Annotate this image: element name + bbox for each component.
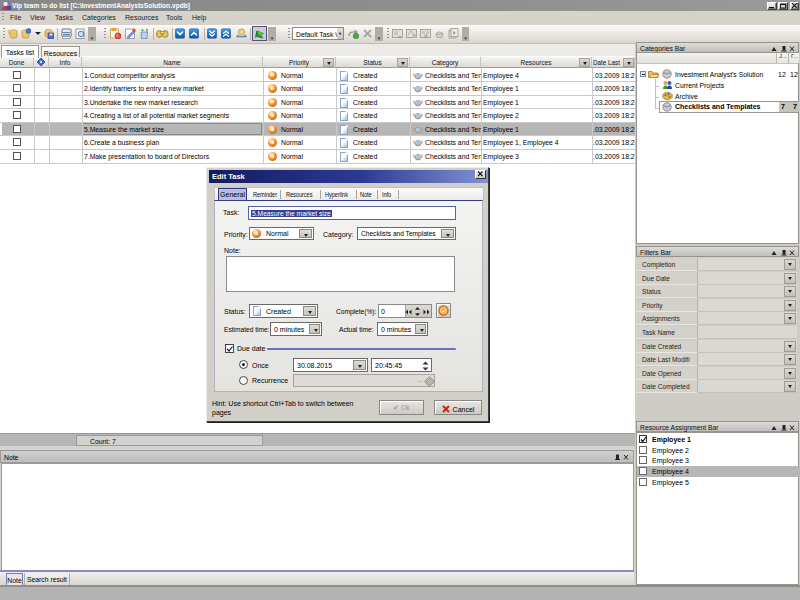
svg-text:!: ! xyxy=(117,33,118,39)
